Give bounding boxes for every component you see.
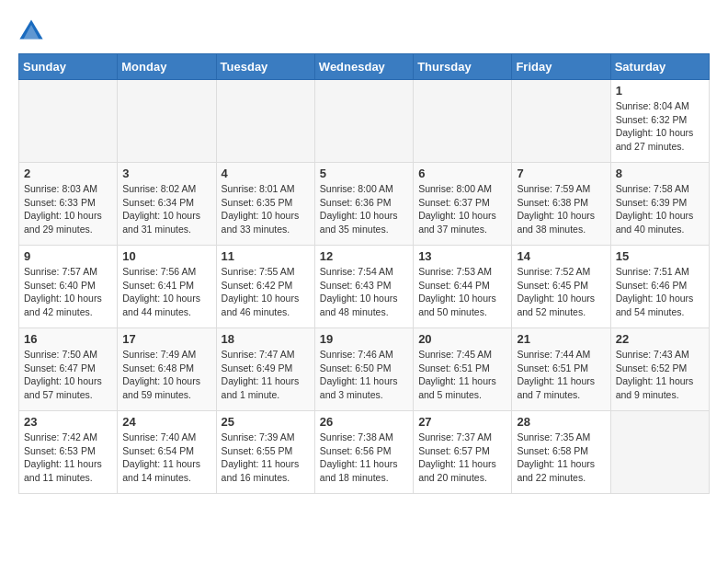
calendar-cell: 10Sunrise: 7:56 AM Sunset: 6:41 PM Dayli… bbox=[118, 246, 216, 328]
calendar-cell: 15Sunrise: 7:51 AM Sunset: 6:46 PM Dayli… bbox=[610, 246, 709, 328]
calendar-week-row: 2Sunrise: 8:03 AM Sunset: 6:33 PM Daylig… bbox=[19, 163, 710, 246]
calendar-cell: 27Sunrise: 7:37 AM Sunset: 6:57 PM Dayli… bbox=[414, 411, 512, 494]
calendar-cell: 16Sunrise: 7:50 AM Sunset: 6:47 PM Dayli… bbox=[19, 328, 118, 411]
day-number: 13 bbox=[418, 249, 506, 263]
day-info: Sunrise: 7:47 AM Sunset: 6:49 PM Dayligh… bbox=[222, 348, 310, 402]
day-number: 21 bbox=[517, 332, 605, 346]
day-info: Sunrise: 7:40 AM Sunset: 6:54 PM Dayligh… bbox=[122, 431, 210, 485]
calendar-cell: 24Sunrise: 7:40 AM Sunset: 6:54 PM Dayli… bbox=[118, 411, 216, 494]
day-info: Sunrise: 7:59 AM Sunset: 6:38 PM Dayligh… bbox=[517, 182, 605, 236]
day-number: 12 bbox=[320, 249, 408, 263]
calendar-cell: 22Sunrise: 7:43 AM Sunset: 6:52 PM Dayli… bbox=[610, 328, 709, 411]
day-number: 15 bbox=[616, 249, 704, 263]
day-info: Sunrise: 7:42 AM Sunset: 6:53 PM Dayligh… bbox=[24, 431, 112, 485]
day-info: Sunrise: 8:02 AM Sunset: 6:34 PM Dayligh… bbox=[122, 182, 210, 236]
day-info: Sunrise: 7:57 AM Sunset: 6:40 PM Dayligh… bbox=[24, 265, 112, 319]
day-number: 9 bbox=[24, 249, 112, 263]
day-info: Sunrise: 7:54 AM Sunset: 6:43 PM Dayligh… bbox=[320, 265, 408, 319]
calendar-cell: 21Sunrise: 7:44 AM Sunset: 6:51 PM Dayli… bbox=[512, 328, 610, 411]
day-info: Sunrise: 7:45 AM Sunset: 6:51 PM Dayligh… bbox=[418, 348, 506, 402]
calendar-week-row: 1Sunrise: 8:04 AM Sunset: 6:32 PM Daylig… bbox=[19, 80, 710, 163]
calendar-week-row: 9Sunrise: 7:57 AM Sunset: 6:40 PM Daylig… bbox=[19, 246, 710, 328]
day-number: 22 bbox=[616, 332, 704, 346]
day-number: 8 bbox=[616, 167, 704, 180]
day-number: 24 bbox=[122, 415, 210, 429]
calendar-cell: 25Sunrise: 7:39 AM Sunset: 6:55 PM Dayli… bbox=[216, 411, 314, 494]
calendar-cell: 3Sunrise: 8:02 AM Sunset: 6:34 PM Daylig… bbox=[118, 163, 216, 246]
day-info: Sunrise: 7:44 AM Sunset: 6:51 PM Dayligh… bbox=[517, 348, 605, 402]
calendar-cell: 17Sunrise: 7:49 AM Sunset: 6:48 PM Dayli… bbox=[118, 328, 216, 411]
page-header bbox=[18, 18, 710, 44]
day-number: 26 bbox=[320, 415, 408, 429]
calendar-header-row: SundayMondayTuesdayWednesdayThursdayFrid… bbox=[19, 54, 710, 80]
day-number: 25 bbox=[222, 415, 310, 429]
calendar-cell bbox=[512, 80, 610, 163]
day-number: 2 bbox=[24, 167, 112, 180]
calendar-cell: 20Sunrise: 7:45 AM Sunset: 6:51 PM Dayli… bbox=[414, 328, 512, 411]
day-info: Sunrise: 8:03 AM Sunset: 6:33 PM Dayligh… bbox=[24, 182, 112, 236]
day-info: Sunrise: 7:58 AM Sunset: 6:39 PM Dayligh… bbox=[616, 182, 704, 236]
day-info: Sunrise: 8:01 AM Sunset: 6:35 PM Dayligh… bbox=[222, 182, 310, 236]
day-header-sunday: Sunday bbox=[19, 54, 118, 80]
day-number: 28 bbox=[517, 415, 605, 429]
day-info: Sunrise: 7:51 AM Sunset: 6:46 PM Dayligh… bbox=[616, 265, 704, 319]
day-info: Sunrise: 7:49 AM Sunset: 6:48 PM Dayligh… bbox=[122, 348, 210, 402]
day-header-saturday: Saturday bbox=[610, 54, 709, 80]
day-info: Sunrise: 7:43 AM Sunset: 6:52 PM Dayligh… bbox=[616, 348, 704, 402]
calendar-cell: 26Sunrise: 7:38 AM Sunset: 6:56 PM Dayli… bbox=[314, 411, 413, 494]
day-number: 16 bbox=[24, 332, 112, 346]
day-info: Sunrise: 7:52 AM Sunset: 6:45 PM Dayligh… bbox=[517, 265, 605, 319]
day-info: Sunrise: 7:35 AM Sunset: 6:58 PM Dayligh… bbox=[517, 431, 605, 485]
calendar-cell: 23Sunrise: 7:42 AM Sunset: 6:53 PM Dayli… bbox=[19, 411, 118, 494]
day-header-friday: Friday bbox=[512, 54, 610, 80]
calendar-week-row: 16Sunrise: 7:50 AM Sunset: 6:47 PM Dayli… bbox=[19, 328, 710, 411]
day-info: Sunrise: 7:56 AM Sunset: 6:41 PM Dayligh… bbox=[122, 265, 210, 319]
day-info: Sunrise: 7:50 AM Sunset: 6:47 PM Dayligh… bbox=[24, 348, 112, 402]
calendar-cell: 6Sunrise: 8:00 AM Sunset: 6:37 PM Daylig… bbox=[414, 163, 512, 246]
calendar-week-row: 23Sunrise: 7:42 AM Sunset: 6:53 PM Dayli… bbox=[19, 411, 710, 494]
calendar-cell: 13Sunrise: 7:53 AM Sunset: 6:44 PM Dayli… bbox=[414, 246, 512, 328]
calendar-cell: 11Sunrise: 7:55 AM Sunset: 6:42 PM Dayli… bbox=[216, 246, 314, 328]
calendar-cell: 4Sunrise: 8:01 AM Sunset: 6:35 PM Daylig… bbox=[216, 163, 314, 246]
calendar-cell: 1Sunrise: 8:04 AM Sunset: 6:32 PM Daylig… bbox=[610, 80, 709, 163]
day-header-wednesday: Wednesday bbox=[314, 54, 413, 80]
day-number: 18 bbox=[222, 332, 310, 346]
logo bbox=[18, 18, 48, 44]
day-number: 3 bbox=[122, 167, 210, 180]
day-number: 19 bbox=[320, 332, 408, 346]
calendar-cell bbox=[118, 80, 216, 163]
day-number: 6 bbox=[418, 167, 506, 180]
day-number: 27 bbox=[418, 415, 506, 429]
day-number: 10 bbox=[122, 249, 210, 263]
day-info: Sunrise: 7:38 AM Sunset: 6:56 PM Dayligh… bbox=[320, 431, 408, 485]
day-number: 7 bbox=[517, 167, 605, 180]
calendar-cell: 19Sunrise: 7:46 AM Sunset: 6:50 PM Dayli… bbox=[314, 328, 413, 411]
day-header-thursday: Thursday bbox=[414, 54, 512, 80]
day-info: Sunrise: 7:39 AM Sunset: 6:55 PM Dayligh… bbox=[222, 431, 310, 485]
day-info: Sunrise: 8:04 AM Sunset: 6:32 PM Dayligh… bbox=[616, 99, 704, 154]
calendar: SundayMondayTuesdayWednesdayThursdayFrid… bbox=[18, 53, 710, 494]
calendar-cell bbox=[414, 80, 512, 163]
calendar-cell: 5Sunrise: 8:00 AM Sunset: 6:36 PM Daylig… bbox=[314, 163, 413, 246]
day-header-monday: Monday bbox=[118, 54, 216, 80]
calendar-cell: 12Sunrise: 7:54 AM Sunset: 6:43 PM Dayli… bbox=[314, 246, 413, 328]
calendar-cell: 8Sunrise: 7:58 AM Sunset: 6:39 PM Daylig… bbox=[610, 163, 709, 246]
calendar-cell: 2Sunrise: 8:03 AM Sunset: 6:33 PM Daylig… bbox=[19, 163, 118, 246]
day-info: Sunrise: 7:46 AM Sunset: 6:50 PM Dayligh… bbox=[320, 348, 408, 402]
day-number: 5 bbox=[320, 167, 408, 180]
day-number: 14 bbox=[517, 249, 605, 263]
day-info: Sunrise: 7:55 AM Sunset: 6:42 PM Dayligh… bbox=[222, 265, 310, 319]
day-header-tuesday: Tuesday bbox=[216, 54, 314, 80]
day-number: 17 bbox=[122, 332, 210, 346]
day-info: Sunrise: 7:53 AM Sunset: 6:44 PM Dayligh… bbox=[418, 265, 506, 319]
calendar-cell bbox=[314, 80, 413, 163]
day-info: Sunrise: 8:00 AM Sunset: 6:36 PM Dayligh… bbox=[320, 182, 408, 236]
calendar-cell: 14Sunrise: 7:52 AM Sunset: 6:45 PM Dayli… bbox=[512, 246, 610, 328]
calendar-cell: 28Sunrise: 7:35 AM Sunset: 6:58 PM Dayli… bbox=[512, 411, 610, 494]
calendar-cell bbox=[610, 411, 709, 494]
day-number: 11 bbox=[222, 249, 310, 263]
day-number: 23 bbox=[24, 415, 112, 429]
day-info: Sunrise: 7:37 AM Sunset: 6:57 PM Dayligh… bbox=[418, 431, 506, 485]
day-number: 4 bbox=[222, 167, 310, 180]
calendar-cell: 9Sunrise: 7:57 AM Sunset: 6:40 PM Daylig… bbox=[19, 246, 118, 328]
